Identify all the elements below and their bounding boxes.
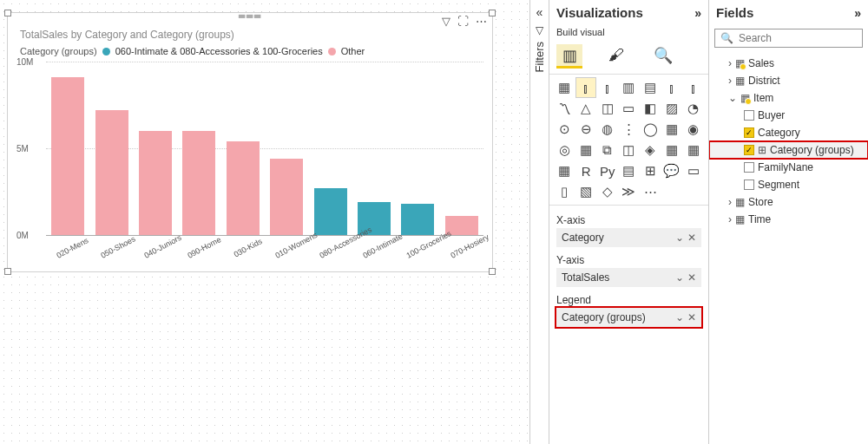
bar[interactable] [51, 77, 84, 235]
visualizations-pane: Visualizations » Build visual ▥ 🖌 🔍 ▦⫿⫿▥… [549, 0, 708, 444]
viz-type-item[interactable]: ⫿ [662, 78, 682, 97]
legend-field[interactable]: Category (groups) ⌄✕ [556, 308, 701, 327]
bar[interactable] [139, 131, 172, 235]
focus-mode-icon[interactable]: ⛶ [457, 15, 469, 28]
funnel-icon: ▽ [536, 24, 543, 36]
viz-type-item[interactable]: R [576, 161, 596, 180]
resize-handle-br[interactable] [489, 268, 496, 275]
viz-type-item[interactable]: 〽 [555, 99, 575, 118]
viz-type-item[interactable]: ◫ [619, 140, 639, 160]
viz-type-item[interactable]: 💬 [662, 161, 682, 180]
field-row[interactable]: Buyer [709, 107, 868, 124]
visualizations-title: Visualizations [556, 5, 643, 20]
table-row[interactable]: ›▦District [709, 72, 868, 89]
table-icon: ▦ [735, 213, 745, 225]
table-row[interactable]: ›▦Sales [709, 55, 868, 72]
viz-type-item[interactable]: ▤ [641, 78, 661, 97]
fields-pane: Fields » 🔍 ›▦Sales›▦District⌄▦ItemBuyerC… [708, 0, 868, 444]
bar[interactable] [227, 141, 260, 235]
viz-type-item[interactable]: ▨ [662, 99, 682, 118]
viz-type-item[interactable]: ▭ [619, 99, 639, 118]
chevron-down-icon[interactable]: ⌄ [675, 271, 684, 284]
remove-field-icon[interactable]: ✕ [687, 271, 696, 284]
filters-pane-collapsed[interactable]: « ▽ Filters [529, 0, 549, 444]
table-row[interactable]: ›▦Time [709, 211, 868, 228]
table-row[interactable]: ⌄▦Item [709, 89, 868, 107]
collapse-viz-icon[interactable]: » [694, 6, 701, 20]
viz-type-item[interactable]: ◔ [683, 99, 703, 118]
resize-handle-tl[interactable] [4, 10, 11, 16]
field-row[interactable]: FamilyNane [709, 159, 868, 176]
bar[interactable] [270, 159, 303, 235]
remove-field-icon[interactable]: ✕ [687, 311, 696, 323]
analytics-tab[interactable]: 🔍 [650, 44, 676, 69]
field-row[interactable]: Segment [709, 176, 868, 193]
viz-type-item[interactable]: ▦ [662, 140, 682, 160]
viz-type-item[interactable]: ◧ [641, 99, 661, 118]
viz-type-item[interactable]: ◉ [683, 120, 703, 139]
viz-type-item[interactable]: ▦ [555, 161, 575, 180]
more-options-icon[interactable]: ⋯ [476, 15, 487, 28]
chevron-down-icon[interactable]: ⌄ [675, 311, 684, 323]
table-icon: ▦ [735, 196, 745, 208]
resize-handle-bl[interactable] [4, 268, 11, 275]
viz-type-item[interactable]: ▦ [683, 140, 703, 160]
viz-type-item[interactable]: △ [576, 99, 596, 118]
viz-type-item[interactable]: ◍ [597, 120, 617, 139]
expand-filters-icon[interactable]: « [536, 5, 543, 19]
remove-field-icon[interactable]: ✕ [687, 232, 696, 244]
chart-visual[interactable]: ━━━━━━ ▽ ⛶ ⋯ TotalSales by Category and … [7, 12, 493, 272]
field-checkbox[interactable] [744, 145, 754, 155]
viz-type-item[interactable]: ▧ [576, 182, 596, 201]
build-visual-tab[interactable]: ▥ [556, 44, 582, 69]
resize-handle-tr[interactable] [489, 10, 496, 16]
viz-type-item[interactable]: ▦ [555, 78, 575, 97]
search-input[interactable] [739, 32, 857, 44]
table-icon: ▦ [735, 75, 745, 87]
viz-type-item[interactable]: ⫿ [597, 78, 617, 97]
field-row[interactable]: Category [709, 124, 868, 141]
viz-type-item[interactable]: ▦ [576, 140, 596, 160]
viz-type-item[interactable]: ⫿ [683, 78, 703, 97]
viz-type-item[interactable]: Py [597, 161, 617, 180]
table-row[interactable]: ›▦Store [709, 193, 868, 211]
x-axis-field[interactable]: Category ⌄✕ [556, 228, 701, 247]
field-checkbox[interactable] [744, 162, 754, 173]
viz-type-item[interactable]: ⧉ [597, 140, 617, 160]
viz-type-item[interactable]: ◇ [597, 182, 617, 201]
viz-type-item[interactable]: ⫿ [576, 78, 596, 97]
viz-type-item[interactable]: ▭ [683, 161, 703, 180]
bar[interactable] [182, 131, 215, 235]
y-axis-field[interactable]: TotalSales ⌄✕ [556, 268, 701, 287]
viz-type-item[interactable]: ⊖ [576, 120, 596, 139]
viz-type-item[interactable]: ▤ [619, 161, 639, 180]
report-canvas[interactable]: ━━━━━━ ▽ ⛶ ⋯ TotalSales by Category and … [0, 0, 529, 444]
viz-type-item[interactable]: ▯ [555, 182, 575, 201]
field-checkbox[interactable] [744, 127, 754, 138]
x-axis-label: X-axis [556, 211, 701, 228]
field-checkbox[interactable] [744, 110, 754, 121]
viz-type-item[interactable]: ◫ [597, 99, 617, 118]
move-handle[interactable]: ━━━━━━ [239, 15, 262, 18]
viz-type-item[interactable]: ▦ [662, 120, 682, 139]
viz-type-item[interactable]: ▥ [619, 78, 639, 97]
viz-type-item[interactable]: ≫ [619, 182, 639, 201]
bar[interactable] [401, 204, 434, 235]
filter-icon[interactable]: ▽ [442, 15, 450, 28]
viz-type-item[interactable]: ◯ [641, 120, 661, 139]
viz-type-item[interactable]: ◎ [555, 140, 575, 160]
viz-type-item[interactable]: ⊞ [641, 161, 661, 180]
bar[interactable] [95, 110, 128, 235]
legend-swatch-other [328, 48, 336, 56]
field-checkbox[interactable] [744, 180, 754, 190]
viz-type-item[interactable]: ◈ [641, 140, 661, 160]
format-visual-tab[interactable]: 🖌 [603, 44, 629, 69]
viz-type-item[interactable]: ⊙ [555, 120, 575, 139]
chevron-down-icon[interactable]: ⌄ [675, 232, 684, 244]
viz-type-item[interactable]: ⋯ [641, 182, 661, 201]
field-row[interactable]: ⊞Category (groups) [709, 141, 868, 159]
collapse-fields-icon[interactable]: » [854, 6, 861, 20]
viz-type-item[interactable]: ⋮ [619, 120, 639, 139]
fields-search[interactable]: 🔍 [714, 29, 863, 48]
bar[interactable] [314, 188, 347, 235]
